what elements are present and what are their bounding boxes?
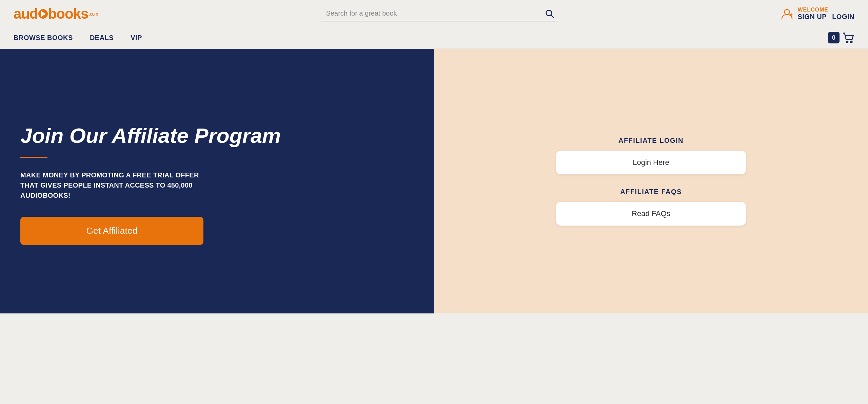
nav-deals[interactable]: DEALS <box>90 34 114 42</box>
search-input[interactable] <box>321 6 558 21</box>
main-heading: Join Our Affiliate Program <box>20 124 414 147</box>
signup-button[interactable]: SIGN UP <box>797 13 827 21</box>
svg-point-4 <box>851 41 852 43</box>
svg-point-0 <box>546 10 551 16</box>
logo[interactable]: audbooks.com <box>14 7 98 21</box>
logo-audio: aud <box>14 7 38 21</box>
search-button[interactable] <box>543 7 555 20</box>
login-here-button[interactable]: Login Here <box>556 151 746 174</box>
nav-vip[interactable]: VIP <box>131 34 142 42</box>
user-icon <box>781 7 793 20</box>
affiliate-faqs-label: AFFILIATE FAQS <box>620 188 682 196</box>
left-panel: Join Our Affiliate Program MAKE MONEY BY… <box>0 49 434 313</box>
main-content: Join Our Affiliate Program MAKE MONEY BY… <box>0 49 868 313</box>
site-header: audbooks.com WELCOME SIGN UP LOGIN <box>0 0 868 27</box>
welcome-label: WELCOME <box>797 7 828 13</box>
sub-text: MAKE MONEY BY PROMOTING A FREE TRIAL OFF… <box>20 170 210 200</box>
auth-links: WELCOME SIGN UP LOGIN <box>797 7 854 21</box>
search-icon <box>545 8 554 18</box>
affiliate-login-section: AFFILIATE LOGIN Login Here <box>461 137 841 174</box>
nav-links: BROWSE BOOKS DEALS VIP <box>14 34 142 42</box>
cart-icon <box>842 32 854 44</box>
cart-count: 0 <box>828 32 840 43</box>
logo-dotcom: .com <box>89 12 98 16</box>
auth-area: WELCOME SIGN UP LOGIN <box>781 7 854 21</box>
svg-point-3 <box>846 41 848 43</box>
user-icon-wrap <box>781 7 793 20</box>
logo-books: books <box>48 7 88 21</box>
login-button[interactable]: LOGIN <box>832 13 854 21</box>
play-icon <box>38 9 48 19</box>
nav-browse-books[interactable]: BROWSE BOOKS <box>14 34 73 42</box>
affiliate-faqs-section: AFFILIATE FAQS Read FAQs <box>461 188 841 226</box>
cart-area[interactable]: 0 <box>828 32 854 44</box>
nav-bar: BROWSE BOOKS DEALS VIP 0 <box>0 27 868 49</box>
right-panel: AFFILIATE LOGIN Login Here AFFILIATE FAQ… <box>434 49 868 313</box>
auth-buttons: SIGN UP LOGIN <box>797 13 854 21</box>
search-area <box>321 6 558 21</box>
heading-divider <box>20 157 47 158</box>
get-affiliated-button[interactable]: Get Affiliated <box>20 217 203 245</box>
svg-point-2 <box>785 9 790 14</box>
read-faqs-button[interactable]: Read FAQs <box>556 202 746 226</box>
svg-line-1 <box>551 15 553 18</box>
logo-text: audbooks.com <box>14 7 98 21</box>
affiliate-login-label: AFFILIATE LOGIN <box>618 137 684 145</box>
